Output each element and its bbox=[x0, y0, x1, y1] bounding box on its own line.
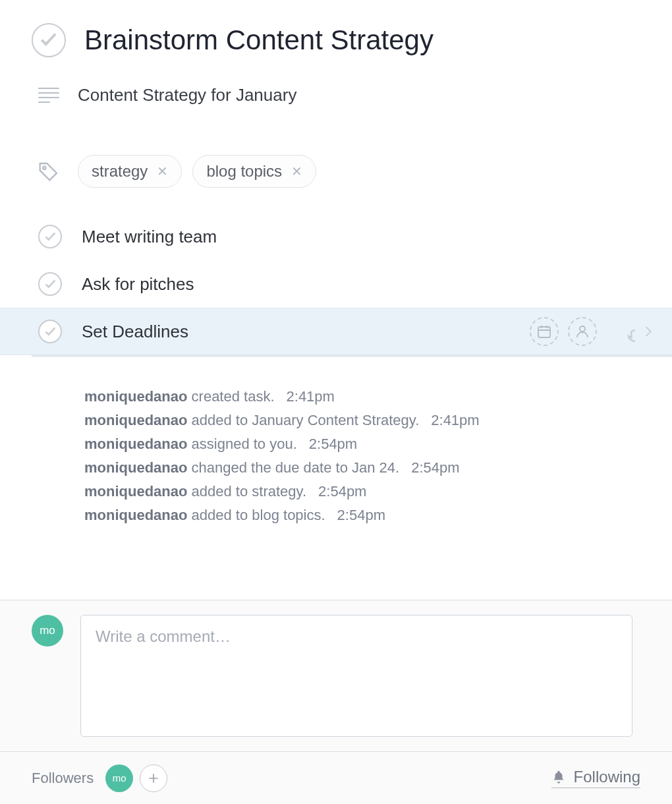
close-x-icon[interactable]: ✕ bbox=[291, 163, 302, 179]
subtask-row[interactable]: Ask for pitches bbox=[0, 260, 672, 308]
check-icon bbox=[43, 325, 57, 339]
activity-time: 2:54pm bbox=[318, 483, 366, 500]
subtask-label: Meet writing team bbox=[82, 227, 672, 247]
tags-row: strategy✕blog topics✕ bbox=[0, 155, 672, 188]
activity-user: moniquedanao bbox=[84, 436, 187, 452]
activity-action: added to blog topics. bbox=[187, 507, 325, 523]
comment-panel: mo Write a comment… bbox=[0, 600, 672, 751]
set-due-date-button[interactable] bbox=[530, 317, 559, 346]
svg-point-0 bbox=[43, 167, 45, 169]
check-icon bbox=[43, 230, 57, 244]
footer: Followers mo Following bbox=[0, 751, 672, 804]
activity-time: 2:41pm bbox=[287, 388, 335, 405]
activity-time: 2:54pm bbox=[309, 436, 357, 452]
activity-action: created task. bbox=[187, 388, 274, 405]
chevron-right-icon[interactable] bbox=[644, 326, 652, 337]
svg-rect-1 bbox=[538, 327, 550, 337]
followers-label: Followers bbox=[32, 770, 94, 787]
activity-time: 2:54pm bbox=[411, 459, 459, 476]
tag-icon bbox=[38, 161, 59, 182]
check-icon bbox=[38, 30, 59, 50]
subtask-complete-toggle[interactable] bbox=[38, 320, 62, 343]
divider bbox=[32, 355, 672, 357]
subtask-label: Set Deadlines bbox=[82, 322, 510, 342]
subtask-label: Ask for pitches bbox=[82, 274, 672, 295]
speech-bubble-icon[interactable] bbox=[613, 320, 635, 343]
subtask-row[interactable]: Set Deadlines bbox=[0, 308, 672, 355]
activity-user: moniquedanao bbox=[84, 388, 187, 405]
check-icon bbox=[43, 277, 57, 291]
tag-label: strategy bbox=[92, 162, 148, 181]
activity-time: 2:41pm bbox=[431, 412, 479, 428]
assign-button[interactable] bbox=[568, 317, 597, 346]
project-name[interactable]: Content Strategy for January bbox=[78, 85, 296, 105]
activity-action: changed the due date to Jan 24. bbox=[187, 459, 399, 476]
svg-point-2 bbox=[580, 326, 585, 331]
activity-entry: moniquedanao added to January Content St… bbox=[84, 412, 672, 429]
activity-user: moniquedanao bbox=[84, 483, 187, 500]
complete-task-toggle[interactable] bbox=[32, 23, 66, 57]
subtask-row[interactable]: Meet writing team bbox=[0, 213, 672, 260]
avatar: mo bbox=[32, 615, 63, 646]
activity-entry: moniquedanao added to strategy.2:54pm bbox=[84, 483, 672, 500]
activity-user: moniquedanao bbox=[84, 412, 187, 428]
calendar-icon bbox=[536, 324, 552, 339]
activity-action: assigned to you. bbox=[187, 436, 296, 452]
activity-time: 2:54pm bbox=[337, 507, 385, 523]
activity-entry: moniquedanao created task.2:41pm bbox=[84, 388, 672, 405]
person-icon bbox=[574, 324, 590, 339]
close-x-icon[interactable]: ✕ bbox=[157, 163, 168, 179]
activity-entry: moniquedanao added to blog topics.2:54pm bbox=[84, 507, 672, 524]
activity-entry: moniquedanao assigned to you.2:54pm bbox=[84, 436, 672, 453]
activity-action: added to January Content Strategy. bbox=[187, 412, 419, 428]
bell-icon bbox=[551, 769, 566, 785]
tag-label: blog topics bbox=[206, 162, 282, 181]
following-label: Following bbox=[574, 768, 640, 786]
plus-icon bbox=[147, 772, 160, 785]
activity-user: moniquedanao bbox=[84, 507, 187, 523]
subtask-actions bbox=[530, 317, 672, 346]
subtask-complete-toggle[interactable] bbox=[38, 225, 62, 248]
activity-action: added to strategy. bbox=[187, 483, 306, 500]
description-lines-icon bbox=[38, 88, 59, 103]
tag-chip[interactable]: blog topics✕ bbox=[192, 155, 316, 188]
subtasks-list: Meet writing teamAsk for pitchesSet Dead… bbox=[0, 213, 672, 355]
activity-log: moniquedanao created task.2:41pmmoniqued… bbox=[0, 388, 672, 524]
subtask-complete-toggle[interactable] bbox=[38, 272, 62, 296]
tag-chip[interactable]: strategy✕ bbox=[78, 155, 182, 188]
activity-user: moniquedanao bbox=[84, 459, 187, 476]
task-title[interactable]: Brainstorm Content Strategy bbox=[84, 25, 434, 55]
comment-input[interactable]: Write a comment… bbox=[80, 615, 632, 737]
add-follower-button[interactable] bbox=[140, 764, 167, 792]
following-button[interactable]: Following bbox=[551, 768, 640, 788]
activity-entry: moniquedanao changed the due date to Jan… bbox=[84, 459, 672, 476]
avatar[interactable]: mo bbox=[105, 764, 133, 792]
